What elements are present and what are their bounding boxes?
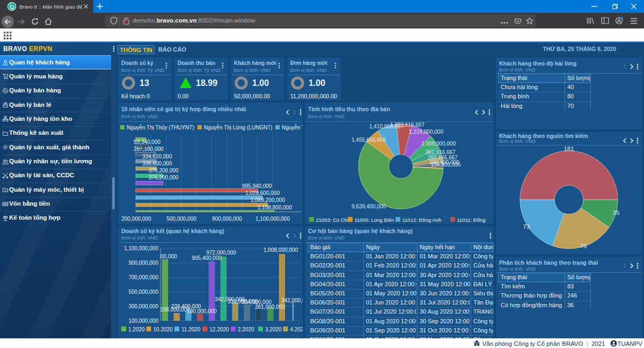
- svg-text:336,600,000: 336,600,000: [142, 161, 172, 166]
- svg-text:900,000,000: 900,000,000: [128, 260, 158, 266]
- svg-text:21003: Củ Chi: 21003: Củ Chi: [316, 217, 349, 223]
- svg-text:180,000,000: 180,000,000: [187, 308, 217, 314]
- svg-text:11.2020: 11.2020: [181, 327, 201, 332]
- svg-text:376,200,000: 376,200,000: [149, 175, 179, 180]
- svg-text:700,000,000: 700,000,000: [128, 274, 158, 280]
- svg-text:76: 76: [580, 243, 587, 249]
- svg-text:1,224,000,000: 1,224,000,000: [409, 129, 443, 135]
- svg-text:10.2020: 10.2020: [153, 327, 173, 332]
- svg-text:1,008,000,000: 1,008,000,000: [421, 141, 456, 147]
- svg-text:100,000,000: 100,000,000: [128, 318, 158, 324]
- svg-text:Nguyễn Thị Lừng (LUNGNT): Nguyễn Thị Lừng (LUNGNT): [204, 124, 273, 130]
- svg-text:53,340,000: 53,340,000: [134, 139, 160, 145]
- svg-text:3.2020: 3.2020: [265, 327, 282, 332]
- svg-text:4.2020: 4.2020: [290, 327, 303, 332]
- svg-text:287,100,000: 287,100,000: [134, 146, 164, 152]
- svg-text:1,100,000,000: 1,100,000,000: [255, 216, 290, 222]
- svg-text:1,069,200,000: 1,069,200,000: [251, 197, 285, 203]
- svg-text:972,000,000: 972,000,000: [206, 250, 236, 256]
- svg-text:11005: Long Biên: 11005: Long Biên: [355, 217, 394, 223]
- svg-text:342,000,00: 342,000,00: [281, 298, 303, 303]
- svg-text:200,000,000: 200,000,000: [121, 216, 151, 222]
- svg-text:1,455,666,668: 1,455,666,668: [352, 137, 386, 143]
- svg-text:376,200,000: 376,200,000: [149, 168, 179, 173]
- svg-text:11012: Đông Anh: 11012: Đông Anh: [402, 217, 442, 223]
- svg-text:995,940,000: 995,940,000: [242, 183, 272, 189]
- svg-text:181: 181: [564, 146, 574, 152]
- svg-text:Nguyễn T: Nguyễn T: [282, 124, 303, 130]
- svg-text:00,000: 00,000: [160, 253, 177, 259]
- svg-text:300,000,000: 300,000,000: [128, 303, 158, 309]
- svg-text:11011: Đống: 11011: Đống: [457, 217, 486, 223]
- svg-text:9,639,400,000: 9,639,400,000: [352, 204, 386, 209]
- svg-text:500,000,000: 500,000,000: [166, 216, 196, 222]
- svg-text:1,100,000,000: 1,100,000,000: [124, 245, 158, 251]
- svg-text:Nguyễn Thị Thủy (THUYNT): Nguyễn Thị Thủy (THUYNT): [127, 124, 194, 130]
- svg-text:136,833,335: 136,833,335: [431, 162, 461, 168]
- svg-text:73: 73: [523, 223, 530, 230]
- svg-text:1,029,600,000: 1,029,600,000: [245, 190, 280, 196]
- svg-text:334,620,000: 334,620,000: [142, 154, 172, 160]
- svg-text:261,000,000: 261,000,000: [255, 304, 285, 310]
- svg-text:500,000,000: 500,000,000: [128, 289, 158, 295]
- svg-text:1,108,800,000: 1,108,800,000: [258, 205, 292, 211]
- svg-text:2.2020: 2.2020: [238, 327, 254, 332]
- svg-text:35: 35: [613, 209, 620, 216]
- svg-text:1.2020: 1.2020: [128, 327, 145, 332]
- svg-text:905,400,000: 905,400,000: [192, 255, 222, 261]
- svg-text:800,000,000: 800,000,000: [212, 216, 242, 222]
- svg-text:12.2020: 12.2020: [210, 327, 230, 332]
- svg-text:1,283,616,667: 1,283,616,667: [390, 122, 425, 128]
- svg-text:1,008,000,000: 1,008,000,000: [264, 247, 298, 253]
